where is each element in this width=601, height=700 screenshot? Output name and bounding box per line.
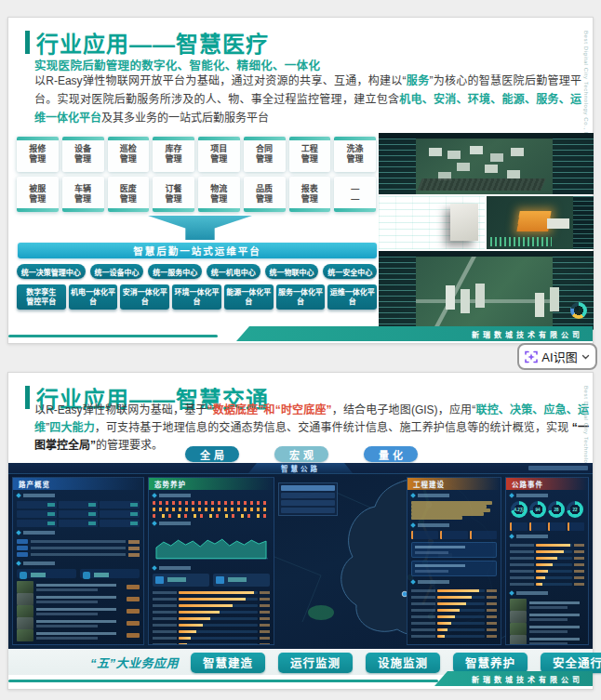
mini-bar-row [153,602,270,609]
center-pill-3: 统一机电中心 [207,264,260,279]
apps-band-label: “五”大业务应用 [90,654,179,671]
section-label [411,579,497,585]
module-grid-row2: 被服 管理车辆 管理医废 管理订餐 管理物流 管理品质 管理报表 管理— — [17,177,376,212]
title-accent-bar [25,386,30,409]
mini-bar-row [510,581,584,588]
filter-row [281,493,335,498]
hud-panel-right [553,139,594,194]
project-card [411,542,497,558]
project-card [411,561,497,576]
route-row [17,545,140,551]
footer-accent-line [8,335,218,337]
mini-bar-row [411,588,497,594]
status-dot-strip [153,514,270,518]
app-button-4: 安全通行服务 [541,653,601,673]
text-line-placeholder [411,516,462,520]
apps-button-row: 智慧建造运行监测设施监测智慧养护安全通行服务 [191,653,601,673]
maintenance-bar-list [153,589,270,644]
railway-strip [417,178,545,191]
mini-bar-row [411,627,497,633]
event-tag [127,597,140,601]
mini-bar-row [411,594,497,601]
panel-maintenance: 态势养护 [148,477,274,645]
event-tag [127,633,140,638]
title-accent-bar [25,31,30,54]
stat-chip [59,510,99,518]
mini-bar-row [411,607,497,614]
facility-bar-list [411,588,497,640]
ai-recognize-button[interactable]: AI识图 [517,343,597,370]
stat-chip [59,501,99,508]
event-tag [127,585,140,589]
view-mode-buttons: 全局宏观量化 [185,446,418,462]
app-button-1: 运行监测 [278,653,353,673]
mini-bar-row [411,614,497,620]
section-label [510,590,584,596]
module-card-0: 被服 管理 [17,177,59,212]
funnel-arrow-shape [148,216,252,240]
company-footer: 新瑞数城技术有限公司 [236,326,593,341]
event-thumbnail [510,635,527,644]
view-mode-pill-1: 宏观 [274,446,328,462]
mini-chip [510,522,528,531]
ring-gauge-2: 28 [548,501,565,518]
panel-header: 公路事件 [506,478,588,490]
text-segment: 服务 [407,74,430,87]
platform-block-2: 安消一体化平台 [120,284,169,310]
screenshot-data-panel [379,196,485,249]
event-thumbnail [17,593,33,605]
app-button-2: 设施监测 [366,653,440,673]
slide1-title-row: 行业应用——智慧医疗 [25,26,269,59]
mini-chip [411,531,438,539]
event-card [17,593,140,605]
stat-grid [17,501,140,527]
status-dot-strip [153,508,270,511]
filter-row [281,500,335,506]
filter-row [281,508,335,513]
mini-bar-row [510,555,584,561]
platform-banner: 智慧后勤一站式运维平台 [18,243,377,258]
module-card-5: 品质 管理 [244,177,286,212]
filter-row [281,485,335,491]
panel-road-assets: 路产概览 [12,477,144,645]
ring-gauge-1: 94 [529,501,546,518]
stat-chip [213,574,270,587]
mini-bar-row [411,620,497,627]
dashboard-datetime-chip [528,466,588,470]
stat-chip [59,520,99,527]
mini-chip [529,522,547,531]
event-thumbnail [510,611,527,623]
hud-mini-panel [573,196,594,249]
project-list [411,501,497,520]
dashboard-title: 智慧公路 [248,463,353,473]
module-card-6: 工程 管理 [289,137,331,172]
mini-chip [568,522,585,531]
footer-accent-line [8,680,438,682]
event-thumbnail [17,617,33,629]
app-button-0: 智慧建造 [191,653,265,673]
screenshot-campus-aerial [379,133,594,194]
company-footer: 新瑞数城技术有限公司 [434,671,593,686]
mini-bar-chart [490,237,552,246]
map-layer-filter-panel [278,482,338,516]
event-thumbnail [17,605,33,617]
mini-bar-row [411,633,497,640]
event-thumbnail [17,581,33,593]
stat-chip [100,510,140,518]
platforms-row: 数字孪生 管控平台机电一体化平台安消一体化平台环境一体化平台能源一体化平台服务一… [17,284,377,310]
module-card-6: 报表 管理 [289,177,331,212]
section-label [17,530,140,535]
event-card [17,629,140,641]
section-label [153,493,270,498]
center-pill-1: 统一设备中心 [90,264,144,279]
ring-gauge-3: 22 [567,501,583,518]
stat-chip [17,501,57,508]
panel-road-events: 公路事件 4.2万942822 [505,477,589,645]
route-row [17,538,140,545]
chevron-down-icon[interactable] [581,354,590,360]
event-card [510,623,584,635]
panel-header: 工程建设 [407,478,501,490]
building-blocks [446,285,455,310]
text-segment: 以R-Easy弹性物联网为基础，基于 [34,403,207,416]
stat-chip [100,501,140,508]
